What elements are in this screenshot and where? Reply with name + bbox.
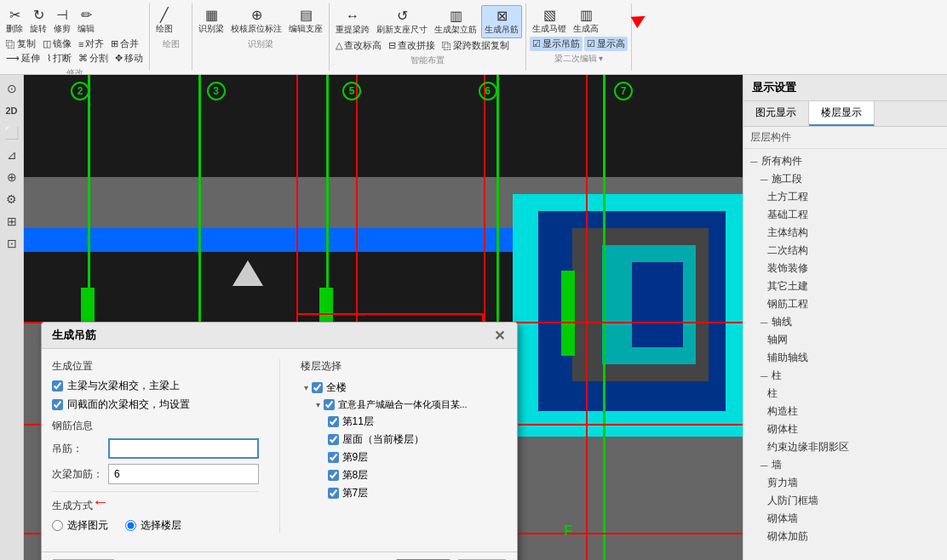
side-layers-icon[interactable]: ⬜ — [2, 123, 22, 143]
grid-num-3: 3 — [207, 82, 226, 100]
tree-grid[interactable]: 轴网 — [743, 331, 947, 349]
tree-other-civil[interactable]: 其它土建 — [743, 277, 947, 295]
toolbar-trim-btn[interactable]: ⊣ 修剪 — [51, 5, 73, 37]
toolbar-move-btn[interactable]: ✥ 移动 — [112, 51, 146, 66]
toolbar-recognize-label: 识别梁 — [196, 37, 325, 50]
toolbar-copy-btn[interactable]: ⿻ 复制 — [3, 37, 38, 51]
tree-construction-phase[interactable]: ─ 施工段 — [743, 170, 947, 188]
floor-project-checkbox[interactable] — [324, 399, 335, 410]
tree-constraint-edge[interactable]: 约束边缘非阴影区 — [743, 438, 947, 456]
tree-rebar-work[interactable]: 钢筋工程 — [743, 295, 947, 313]
tree-masonry-rebar[interactable]: 砌体加筋 — [743, 528, 947, 546]
check-annotation-icon: ⊕ — [251, 7, 262, 23]
toolbar-check-elevation-btn[interactable]: △ 查改标高 — [333, 38, 384, 53]
toolbar-mirror-btn[interactable]: ◫ 镜像 — [40, 37, 74, 51]
tree-masonry-wall[interactable]: 砌体墙 — [743, 510, 947, 528]
break-icon: ⌇ — [47, 53, 51, 64]
tree-axis[interactable]: ─ 轴线 — [743, 313, 947, 331]
radio-floor-label: 选择楼层 — [141, 518, 181, 533]
split-icon: ⌘ — [78, 53, 88, 64]
toolbar-merge-btn[interactable]: ⊞ 合并 — [108, 37, 141, 51]
toolbar-rotate-btn[interactable]: ↻ 旋转 — [27, 5, 49, 37]
tree-secondary-structure[interactable]: 二次结构 — [743, 242, 947, 260]
toolbar-edit-btn[interactable]: ✏ 编辑 — [75, 5, 97, 37]
toolbar-check-splice-btn[interactable]: ⊟ 查改拼接 — [386, 38, 438, 53]
toolbar-gen-rebar-btn[interactable]: ▥ 生成架立筋 — [432, 6, 479, 37]
radio-element-input[interactable] — [52, 520, 63, 531]
tree-all-components[interactable]: ─ 所有构件 — [743, 152, 947, 170]
gen-hanger-icon: ⊠ — [496, 8, 508, 24]
tree-aux-axis[interactable]: 辅助轴线 — [743, 349, 947, 367]
side-2d-icon[interactable]: 2D — [2, 100, 22, 121]
tree-masonry-column[interactable]: 砌体柱 — [743, 420, 947, 438]
side-filter-icon[interactable]: ⊿ — [2, 145, 22, 165]
toolbar-edit-support-btn[interactable]: ▤ 编辑支座 — [286, 5, 325, 37]
generation-mode-title: 生成方式 — [52, 499, 259, 513]
toolbar-reget-span-btn[interactable]: ↔ 重提梁跨 — [333, 7, 372, 37]
tree-column-item[interactable]: 柱 — [743, 385, 947, 403]
tree-shear-wall[interactable]: 剪力墙 — [743, 474, 947, 492]
toolbar-refresh-support-btn[interactable]: ↺ 刷新支座尺寸 — [374, 6, 430, 37]
tree-civil-defense-wall[interactable]: 人防门框墙 — [743, 492, 947, 510]
gen-rebar-icon: ▥ — [450, 8, 462, 24]
canvas-area[interactable]: 2 3 5 6 7 F 生成吊筋 ✕ — [24, 75, 743, 560]
refresh-support-icon: ↺ — [397, 8, 408, 24]
secondary-rebar-input[interactable] — [108, 464, 259, 484]
tree-wall[interactable]: ─ 墙 — [743, 456, 947, 474]
checkbox-main-beam[interactable] — [52, 380, 63, 391]
toolbar-copy-span-btn[interactable]: ⿻ 梁跨数据复制 — [439, 38, 512, 53]
tab-element-display[interactable]: 图元显示 — [743, 101, 809, 126]
side-zoom-icon[interactable]: ⊕ — [2, 167, 22, 187]
toolbar-secondary-row: ▧ 生成马镫 ▥ 生成高 — [530, 5, 628, 37]
toolbar-split-btn[interactable]: ⌘ 分割 — [76, 51, 111, 66]
right-panel-title: 显示设置 — [752, 80, 796, 95]
generate-hanger-dialog: 生成吊筋 ✕ 生成位置 主梁与次梁相交，主梁上 — [41, 322, 518, 560]
floor-tree-roof: 屋面（当前楼层） — [304, 431, 508, 449]
side-cursor-icon[interactable]: ⊙ — [2, 78, 22, 99]
show-hanger-checkbox-icon: ☑ — [532, 38, 541, 49]
checkbox-same-section[interactable] — [52, 399, 63, 410]
tab-floor-display[interactable]: 楼层显示 — [809, 101, 875, 126]
edit-icon: ✏ — [81, 7, 92, 23]
side-select-icon[interactable]: ⊡ — [2, 233, 22, 254]
radio-select-element: 选择图元 — [52, 518, 108, 533]
triangle-shape — [232, 260, 263, 286]
floor-7-checkbox[interactable] — [328, 488, 339, 499]
rline-4 — [586, 75, 588, 560]
checkbox-main-beam-label: 主梁与次梁相交，主梁上 — [67, 379, 180, 393]
dialog-close-btn[interactable]: ✕ — [491, 328, 507, 343]
floor-all-checkbox[interactable] — [312, 382, 323, 393]
tree-foundation[interactable]: 基础工程 — [743, 206, 947, 224]
tree-column[interactable]: ─ 柱 — [743, 367, 947, 385]
side-settings-icon[interactable]: ⚙ — [2, 189, 22, 209]
hanger-rebar-input[interactable] — [108, 438, 259, 459]
toolbar-show-high-btn[interactable]: ☑ 显示高 — [584, 37, 628, 51]
tree-structural-column[interactable]: 构造柱 — [743, 403, 947, 420]
toolbar-show-hanger-btn[interactable]: ☑ 显示吊筋 — [530, 37, 583, 51]
floor-roof-checkbox[interactable] — [328, 434, 339, 445]
floor-tree-9: 第9层 — [304, 449, 508, 466]
toolbar-draw-btn[interactable]: ╱ 绘图 — [153, 5, 175, 37]
toolbar-gen-high-btn[interactable]: ▥ 生成高 — [571, 5, 601, 37]
toolbar-recognize-beam-btn[interactable]: ▦ 识别梁 — [196, 5, 227, 37]
floor-8-checkbox[interactable] — [328, 470, 339, 481]
tree-decoration[interactable]: 装饰装修 — [743, 260, 947, 277]
toolbar-check-annotation-btn[interactable]: ⊕ 校核原位标注 — [228, 5, 284, 37]
merge-icon: ⊞ — [111, 38, 118, 49]
floor-9-checkbox[interactable] — [328, 452, 339, 463]
tree-earthwork[interactable]: 土方工程 — [743, 188, 947, 206]
toolbar-gen-hanger-btn[interactable]: ⊠ 生成吊筋 — [481, 5, 522, 38]
toolbar-delete-btn[interactable]: ✂ 删除 — [3, 5, 26, 37]
secondary-rebar-row: 次梁加筋： — [52, 464, 259, 484]
floor-11-checkbox[interactable] — [328, 416, 339, 427]
right-panel-tabs: 图元显示 楼层显示 — [743, 101, 947, 127]
toolbar-gen-stirrup-btn[interactable]: ▧ 生成马镫 — [530, 5, 569, 37]
toolbar-break-btn[interactable]: ⌇ 打断 — [44, 51, 74, 66]
radio-floor-input[interactable] — [125, 520, 136, 531]
toolbar-extend-btn[interactable]: ⟶ 延伸 — [3, 51, 43, 66]
tree-main-structure[interactable]: 主体结构 — [743, 224, 947, 242]
side-grid-icon[interactable]: ⊞ — [2, 211, 22, 231]
toolbar-align-btn[interactable]: ≡ 对齐 — [76, 37, 106, 51]
checkbox-same-section-label: 同截面的次梁相交，均设置 — [67, 397, 190, 412]
hanger-rebar-label: 吊筋： — [52, 442, 103, 456]
